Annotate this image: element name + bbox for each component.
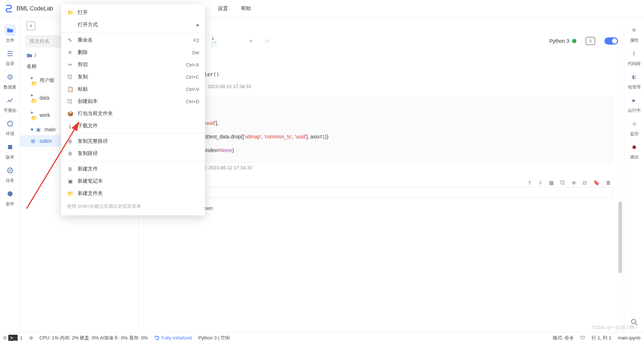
rail-toc[interactable]: 目录 [4, 48, 16, 67]
add-file-button[interactable]: ＋ [27, 22, 35, 30]
ctx-duplicate[interactable]: ⿻创建副本Ctrl+D [61, 95, 205, 108]
copy-icon[interactable]: ⿻ [560, 180, 565, 186]
separator [61, 161, 205, 161]
search-placeholder: 按文件名 [29, 38, 50, 45]
list-icon [4, 48, 16, 59]
status-ln: 行 1, 列 1 [592, 335, 611, 341]
sync-icon[interactable]: ⟳ [264, 37, 271, 45]
x-icon: ✕ [67, 50, 73, 55]
watermark-text: CSDN @一起努力啊~ [592, 324, 638, 331]
cut-icon: ✂ [67, 62, 73, 68]
bookmark-icon[interactable]: 🔖 [593, 180, 599, 186]
rail-dataset[interactable]: 数据集 [4, 71, 17, 90]
ctx-hint: 使用 Shift+右键点击调出浏览器菜单 [61, 200, 205, 213]
ctx-copy[interactable]: ⿻复制Ctrl+C [61, 71, 205, 83]
ctx-delete[interactable]: ✕删除Del [61, 46, 205, 59]
globe-icon [4, 118, 16, 129]
paste-icon: 📋 [67, 86, 73, 92]
kernel-badge[interactable]: 0 [586, 37, 595, 45]
rail-monitor[interactable]: ◎监控 [629, 118, 640, 137]
rail-env[interactable]: 环境 [4, 118, 16, 137]
separator [61, 32, 205, 33]
shortcut: Ctrl+X [186, 62, 199, 68]
sigma-icon: Σ [629, 48, 640, 59]
svg-point-5 [8, 191, 13, 196]
refresh-icon [154, 335, 159, 340]
gear-icon: ⚙ [629, 24, 640, 36]
cell-toolbar: ⇧ ⇩ ▦ ⿻ ⊕ ⊟ 🔖 🗑 [150, 178, 613, 187]
link-icon [4, 71, 16, 83]
folder-new-icon: 📁 [67, 191, 73, 196]
code-cell-1[interactable]: ) ecisionTreeClassifier() 行时长: 5.568秒 结束… [150, 54, 613, 92]
status-kernel[interactable]: Python 3 | 空闲 [198, 335, 230, 341]
brand-title: BML CodeLab [17, 5, 53, 12]
move-down-icon[interactable]: ⇩ [538, 180, 543, 186]
notebook-icon: ▣ [36, 127, 42, 132]
tree-label: work [40, 112, 50, 118]
delete-icon[interactable]: 🗑 [606, 180, 611, 186]
image-icon[interactable]: ▦ [549, 180, 554, 186]
ctx-open[interactable]: 📁打开 [61, 6, 205, 19]
notebook-icon: ▣ [67, 178, 73, 184]
split-icon[interactable]: ⊟ [583, 180, 587, 186]
rail-props[interactable]: ⚙属性 [629, 24, 640, 44]
tree-label: data [40, 95, 49, 101]
tab-row: pynb ✕ ＋ ⋮ [139, 17, 624, 33]
status-warn-icon[interactable]: ⊘ [29, 335, 33, 340]
ctx-copy-path[interactable]: 🗎复制路径 [61, 147, 205, 160]
rail-packages[interactable]: ◧包管理 [628, 71, 641, 90]
ctx-new-file[interactable]: 🗎新建文件 [61, 163, 205, 175]
ctx-cut[interactable]: ✂剪切Ctrl+X [61, 59, 205, 71]
rail-label: 包管理 [628, 84, 641, 90]
svg-rect-3 [8, 145, 12, 149]
ctx-download[interactable]: ⭳下载文件 [61, 120, 205, 132]
copy-icon: ⿻ [67, 74, 73, 80]
menu-help[interactable]: 帮助 [241, 5, 251, 12]
notebook-body: ) ecisionTreeClassifier() 行时长: 5.568秒 结束… [139, 49, 624, 332]
svg-point-7 [631, 319, 636, 324]
ctx-label: 新建笔记本 [78, 178, 103, 184]
ctx-paste[interactable]: 📋粘贴Ctrl+V [61, 83, 205, 95]
rail-version[interactable]: 版本 [4, 141, 16, 160]
context-menu: 📁打开 打开方式▸ ✎重命名F2 ✕删除Del ✂剪切Ctrl+X ⿻复制Ctr… [61, 4, 205, 215]
rail-viz[interactable]: 可视化 [4, 95, 17, 114]
rail-task[interactable]: 任务 [4, 165, 16, 184]
clock-icon [4, 141, 16, 153]
rail-files[interactable]: 文件 [4, 24, 16, 44]
rail-label: 属性 [630, 37, 639, 44]
kernel-indicator[interactable]: Python 3 [549, 38, 576, 44]
crumb-text: / [35, 52, 36, 58]
right-rail: ⚙属性 Σ代码段 ◧包管理 ▶运行中 ◎监控 🐞调试 [624, 17, 644, 332]
ctx-open-with[interactable]: 打开方式▸ [61, 19, 205, 31]
ctx-new-folder[interactable]: 📁新建文件夹 [61, 187, 205, 200]
rail-snippets[interactable]: Σ代码段 [628, 48, 641, 67]
rail-kit[interactable]: 套件 [4, 188, 16, 207]
add-cell-icon[interactable]: ＋ [247, 37, 255, 45]
download-icon[interactable]: ⇣📄 [211, 37, 218, 45]
menu-settings[interactable]: 设置 [218, 5, 228, 12]
status-terminals[interactable]: 0 ≻_ 1 [4, 335, 23, 341]
ctx-rename[interactable]: ✎重命名F2 [61, 34, 205, 46]
kernel-name: Python 3 [549, 38, 569, 44]
code-line: ) [150, 54, 613, 68]
ctx-label: 重命名 [78, 37, 93, 44]
modified-dot-icon [31, 128, 33, 131]
status-resources: CPU: 1% 内存: 2% 硬盘: 0% AI加速卡: 0% 显存: 0% [40, 335, 148, 341]
code-output: ecisionTreeClassifier() [150, 68, 613, 81]
code-box: d.DataFrame({ 'uuid': test_data['uuid'],… [150, 97, 613, 163]
move-up-icon[interactable]: ⇧ [527, 180, 532, 186]
rail-running[interactable]: ▶运行中 [628, 95, 641, 114]
scrollbar[interactable] [618, 201, 622, 273]
insert-icon[interactable]: ⊕ [572, 180, 576, 186]
empty-code-cell[interactable]: [ ] 1 [150, 187, 613, 198]
left-rail: 文件 目录 数据集 可视化 环境 版本 任务 套件 [0, 17, 20, 332]
ctx-zip[interactable]: 📦打包当前文件夹 [61, 108, 205, 120]
rail-debug[interactable]: 🐞调试 [629, 141, 640, 160]
main-area: pynb ✕ ＋ ⋮ ▷ ↻ ⟳ ⏸ ⇣📄 ＋ ⟳ Python 3 0 [139, 17, 624, 332]
ctx-label: 粘贴 [78, 86, 88, 92]
ctx-copy-full-path[interactable]: 🗎复制完整路径 [61, 135, 205, 147]
toggle-switch[interactable] [604, 37, 618, 45]
code-cell-2[interactable]: d.DataFrame({ 'uuid': test_data['uuid'],… [150, 97, 613, 173]
ctx-label: 创建副本 [78, 98, 98, 105]
ctx-new-notebook[interactable]: ▣新建笔记本 [61, 175, 205, 187]
